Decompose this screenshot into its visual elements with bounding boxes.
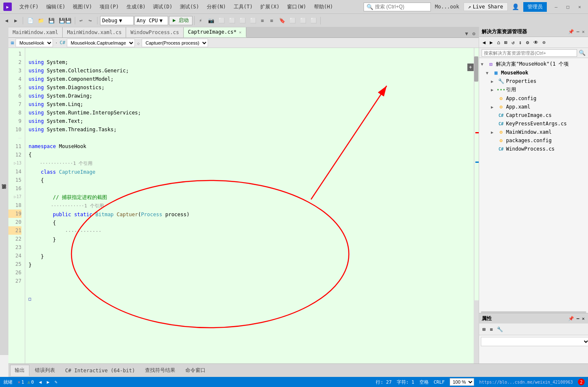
menu-window[interactable]: 窗口(W) (284, 3, 310, 11)
tab-windowprocess-cs[interactable]: WindowProcess.cs (126, 27, 184, 37)
prop-cat-btn[interactable]: ≡ (488, 326, 494, 333)
prop-object-select[interactable] (481, 337, 588, 346)
tree-item-captrueimage[interactable]: ▶ C# CaptrueImage.cs (479, 111, 588, 119)
scrollbar-thumb[interactable] (474, 56, 478, 82)
menu-test[interactable]: 测试(S) (177, 3, 203, 11)
status-col[interactable]: 字符: 1 (397, 379, 414, 385)
toolbar-misc4[interactable]: ⬜ (227, 17, 237, 24)
se-preview[interactable]: 👁 (532, 39, 540, 46)
se-home[interactable]: ⌂ (495, 39, 501, 46)
tree-item-packages[interactable]: ▶ ⚙ packages.config (479, 136, 588, 145)
toolbar-back[interactable]: ◀ (3, 17, 12, 24)
error-badge[interactable]: ✕ 1 ⚠ 0 (18, 379, 34, 385)
search-input[interactable] (375, 4, 425, 10)
se-search-input[interactable] (482, 49, 577, 57)
tab-mainwindow-xaml-cs[interactable]: MainWindow.xaml.cs (63, 27, 126, 37)
se-nav-back[interactable]: ◀ (481, 39, 487, 46)
se-refresh[interactable]: ↺ (510, 39, 516, 46)
se-close-button[interactable]: ✕ (581, 28, 585, 35)
class-select[interactable]: MouseHook.CaptrueImage (67, 39, 135, 47)
zoom-select[interactable]: 100 % (450, 378, 474, 386)
tab-close-icon[interactable]: ✕ (239, 30, 242, 34)
menu-file[interactable]: 文件(F) (16, 3, 42, 11)
menu-help[interactable]: 帮助(H) (311, 3, 337, 11)
tab-find-symbols[interactable]: 查找符号结果 (140, 365, 180, 376)
tab-error-list[interactable]: 错误列表 (30, 365, 60, 376)
menu-analyze[interactable]: 分析(N) (203, 3, 229, 11)
status-ready[interactable]: 就绪 (3, 379, 13, 385)
tab-mainwindow-xaml[interactable]: MainWindow.xaml (8, 27, 63, 37)
toolbar-redo[interactable]: ↪ (87, 17, 95, 24)
cpu-dropdown[interactable]: Any CPU▼ (134, 16, 168, 25)
se-nav-fwd[interactable]: ▶ (488, 39, 494, 46)
menu-tools[interactable]: 工具(T) (230, 3, 256, 11)
search-box[interactable]: 🔍 (364, 3, 431, 11)
toolbar-misc1[interactable]: ⚡ (197, 17, 206, 24)
se-filter[interactable]: ⊙ (541, 39, 547, 46)
prop-grid-btn[interactable]: ⊞ (481, 326, 487, 333)
prop-sort-btn[interactable]: 🔧 (495, 326, 505, 333)
admin-button[interactable]: 管理员 (523, 2, 547, 12)
menu-debug[interactable]: 调试(D) (150, 3, 176, 11)
toolbar-misc2[interactable]: 📷 (206, 17, 216, 24)
toolbar-misc7[interactable]: ≡ (259, 17, 267, 24)
tree-item-mainwindowxaml[interactable]: ▶ ⚙ MainWindow.xaml (479, 128, 588, 136)
tree-item-windowprocess[interactable]: ▶ C# WindowProcess.cs (479, 145, 588, 153)
toolbar-save-all[interactable]: 💾💾 (57, 17, 73, 24)
tree-item-solution[interactable]: ▼ ⊡ 解决方案"MouseHook"(1 个项 (479, 60, 588, 69)
toolbar-misc6[interactable]: ⬜ (248, 17, 258, 24)
tab-captrue-cs[interactable]: CaptrueImage.cs* ✕ (184, 27, 246, 37)
menu-project[interactable]: 项目(P) (96, 3, 122, 11)
tree-item-properties[interactable]: ▶ 🔧 Properties (479, 77, 588, 85)
tab-csharp-interactive[interactable]: C# Interactive (64-bit) (61, 366, 140, 376)
menu-edit[interactable]: 编辑(E) (43, 3, 69, 11)
se-sync[interactable]: ⊞ (503, 39, 509, 46)
tab-command-window[interactable]: 命令窗口 (181, 365, 210, 376)
menu-view[interactable]: 视图(V) (69, 3, 95, 11)
tab-overflow-icon[interactable]: ▼ (464, 30, 470, 37)
toolbar-fwd[interactable]: ▶ (13, 17, 21, 24)
status-nav-next[interactable]: ▶ (47, 379, 50, 385)
status-encoding[interactable]: CRLF (434, 379, 445, 385)
maximize-button[interactable]: □ (563, 3, 573, 11)
add-line-button[interactable]: + (467, 64, 474, 70)
se-pin-button[interactable]: 📌 (567, 28, 575, 35)
tree-item-keypresseventargs[interactable]: ▶ C# KeyPressEventArgs.cs (479, 119, 588, 128)
toolbar-new[interactable]: 📄 (26, 17, 35, 24)
prop-pin-button[interactable]: 📌 (567, 315, 575, 322)
method-select[interactable]: Captuer(Process process) (142, 39, 208, 47)
tree-item-project[interactable]: ▼ ▦ MouseHook (479, 69, 588, 77)
start-button[interactable]: ▶ 启动 (169, 16, 192, 25)
code-content[interactable]: using System; using System.Collections.G… (25, 48, 474, 363)
prop-minimize-button[interactable]: — (576, 315, 580, 322)
menu-extensions[interactable]: 扩展(X) (257, 3, 283, 11)
prop-close-button[interactable]: ✕ (581, 315, 585, 322)
status-nav-prev[interactable]: ◀ (39, 379, 42, 385)
status-space[interactable]: 空格 (419, 379, 429, 385)
namespace-select[interactable]: MouseHook (16, 39, 53, 47)
se-settings[interactable]: ⚙ (524, 39, 530, 46)
status-url[interactable]: https://blo...csdn.me/weixin_42100963 (479, 380, 573, 384)
se-search-icon[interactable]: 🔍 (579, 50, 585, 56)
close-button[interactable]: ✕ (575, 3, 585, 11)
debug-config-dropdown[interactable]: Debug▼ (100, 16, 134, 25)
minimize-button[interactable]: — (551, 3, 561, 11)
toolbar-misc3[interactable]: ⬜ (217, 17, 227, 24)
tab-settings-icon[interactable]: ⚙ (471, 30, 477, 37)
tree-item-appxaml[interactable]: ▶ ⚙ App.xaml (479, 103, 588, 111)
toolbar-misc10[interactable]: ⬜ (298, 17, 308, 24)
toolbar-undo[interactable]: ↩ (78, 17, 86, 24)
toolbar-misc9[interactable]: ⬜ (288, 17, 298, 24)
side-tab-resources[interactable]: 资源视图 (0, 190, 8, 195)
toolbar-open[interactable]: 📁 (36, 17, 46, 24)
tree-item-refs[interactable]: ▶ ••• 引用 (479, 85, 588, 94)
toolbar-misc8[interactable]: ≡ (268, 17, 277, 24)
se-minimize-button[interactable]: — (576, 28, 580, 35)
tree-item-appconfig[interactable]: ▶ ⚙ App.config (479, 94, 588, 103)
tab-output[interactable]: 输出 (10, 365, 29, 376)
se-collapse[interactable]: ↕ (517, 39, 523, 46)
toolbar-save[interactable]: 💾 (47, 17, 56, 24)
scrollbar-vertical[interactable] (474, 48, 479, 363)
status-annotation-icon[interactable]: ✎ (55, 379, 58, 385)
toolbar-misc11[interactable]: ⬜ (309, 17, 319, 24)
